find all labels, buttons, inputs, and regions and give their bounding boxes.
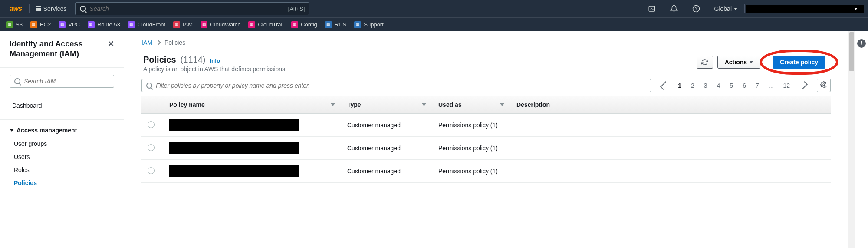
info-panel-toggle[interactable]: i bbox=[855, 31, 868, 248]
pager-next[interactable] bbox=[796, 80, 811, 91]
actions-button[interactable]: Actions bbox=[717, 56, 760, 69]
pager-page[interactable]: ... bbox=[765, 80, 777, 91]
search-shortcut: [Alt+S] bbox=[288, 6, 305, 12]
service-icon: ▦ bbox=[291, 21, 298, 28]
pager-page[interactable]: 12 bbox=[779, 80, 793, 91]
notifications-icon[interactable] bbox=[665, 1, 683, 16]
close-icon[interactable]: ✕ bbox=[108, 39, 114, 49]
filter-input[interactable] bbox=[156, 82, 646, 89]
fav-label: CloudTrail bbox=[258, 21, 283, 28]
sidebar-search[interactable] bbox=[10, 75, 114, 88]
cell-used-as: Permissions policy (1) bbox=[432, 160, 510, 183]
pager-page[interactable]: 1 bbox=[674, 80, 685, 91]
info-link[interactable]: Info bbox=[210, 57, 220, 64]
radio-icon[interactable] bbox=[148, 121, 155, 128]
main-layout: Identity and Access Management (IAM) ✕ D… bbox=[0, 31, 868, 248]
fav-item-cloudtrail[interactable]: ▦CloudTrail bbox=[248, 21, 283, 28]
chevron-left-icon bbox=[660, 81, 669, 90]
actions-label: Actions bbox=[725, 59, 747, 66]
cloudshell-icon[interactable] bbox=[643, 1, 661, 16]
fav-label: EC2 bbox=[40, 21, 51, 28]
breadcrumb-current: Policies bbox=[164, 39, 185, 46]
account-selector[interactable] bbox=[746, 5, 864, 13]
fav-label: CloudFront bbox=[138, 21, 165, 28]
policies-table: Policy name Type Used as Description Cus… bbox=[141, 96, 831, 183]
sidebar-title: Identity and Access Management (IAM) bbox=[10, 39, 108, 60]
fav-item-support[interactable]: ▦Support bbox=[354, 21, 384, 28]
pager-page[interactable]: 4 bbox=[713, 80, 724, 91]
fav-item-cloudfront[interactable]: ▦CloudFront bbox=[128, 21, 165, 28]
th-used-as[interactable]: Used as bbox=[432, 96, 510, 114]
sidebar-header: Identity and Access Management (IAM) ✕ bbox=[0, 39, 124, 68]
scrollbar[interactable] bbox=[848, 31, 855, 248]
th-description[interactable]: Description bbox=[510, 96, 831, 114]
region-selector[interactable]: Global bbox=[709, 3, 743, 15]
cell-policy-name[interactable] bbox=[163, 160, 341, 183]
fav-item-route-53[interactable]: ▦Route 53 bbox=[88, 21, 120, 28]
help-icon[interactable] bbox=[687, 1, 705, 16]
fav-item-iam[interactable]: ▦IAM bbox=[173, 21, 193, 28]
pager-page[interactable]: 5 bbox=[726, 80, 736, 91]
scrollbar-thumb[interactable] bbox=[849, 32, 854, 71]
main-panel: IAM Policies Policies (1114) Info A poli… bbox=[124, 31, 868, 248]
th-type[interactable]: Type bbox=[341, 96, 432, 114]
nav-users[interactable]: Users bbox=[0, 150, 124, 163]
fav-label: Config bbox=[301, 21, 317, 28]
aws-logo[interactable]: aws bbox=[4, 5, 27, 13]
filter-row: 1234567...12 bbox=[141, 79, 831, 92]
cell-select[interactable] bbox=[141, 114, 163, 137]
fav-label: CloudWatch bbox=[210, 21, 240, 28]
fav-label: VPC bbox=[68, 21, 80, 28]
sidebar-search-input[interactable] bbox=[24, 78, 109, 85]
cell-policy-name[interactable] bbox=[163, 114, 341, 137]
pager-prev[interactable] bbox=[657, 80, 672, 91]
fav-label: RDS bbox=[335, 21, 346, 28]
global-search[interactable]: [Alt+S] bbox=[75, 2, 309, 15]
filter-input-wrap[interactable] bbox=[141, 79, 651, 92]
refresh-icon bbox=[701, 59, 708, 66]
nav-heading-access[interactable]: Access management bbox=[0, 123, 124, 137]
table-row: Customer managedPermissions policy (1) bbox=[141, 160, 831, 183]
gear-icon bbox=[820, 81, 827, 88]
cell-policy-name[interactable] bbox=[163, 137, 341, 160]
services-menu[interactable]: Services bbox=[31, 3, 71, 15]
fav-item-config[interactable]: ▦Config bbox=[291, 21, 317, 28]
breadcrumb-root[interactable]: IAM bbox=[141, 39, 152, 46]
sidebar: Identity and Access Management (IAM) ✕ D… bbox=[0, 31, 124, 248]
pager-page[interactable]: 2 bbox=[687, 80, 698, 91]
radio-icon[interactable] bbox=[148, 144, 155, 151]
pager-page[interactable]: 6 bbox=[739, 80, 750, 91]
refresh-button[interactable] bbox=[697, 56, 713, 69]
cell-used-as: Permissions policy (1) bbox=[432, 114, 510, 137]
divider bbox=[663, 4, 663, 13]
service-icon: ▦ bbox=[325, 21, 332, 28]
settings-button[interactable] bbox=[817, 79, 831, 92]
services-label: Services bbox=[43, 5, 67, 12]
create-policy-button[interactable]: Create policy bbox=[773, 56, 825, 69]
nav-roles[interactable]: Roles bbox=[0, 163, 124, 176]
fav-item-cloudwatch[interactable]: ▦CloudWatch bbox=[201, 21, 240, 28]
cell-type: Customer managed bbox=[341, 160, 432, 183]
fav-item-rds[interactable]: ▦RDS bbox=[325, 21, 346, 28]
service-icon: ▦ bbox=[88, 21, 95, 28]
highlight-ring: Create policy bbox=[760, 50, 838, 75]
radio-icon[interactable] bbox=[148, 167, 155, 174]
page-description: A policy is an object in AWS that define… bbox=[143, 66, 287, 73]
fav-item-ec2[interactable]: ▦EC2 bbox=[30, 21, 51, 28]
divider bbox=[707, 4, 707, 13]
page-count: (1114) bbox=[181, 55, 206, 65]
pager-page[interactable]: 7 bbox=[752, 80, 763, 91]
chevron-right-icon bbox=[799, 81, 808, 90]
redacted-name bbox=[169, 119, 299, 131]
global-search-input[interactable] bbox=[89, 5, 288, 12]
cell-select[interactable] bbox=[141, 160, 163, 183]
nav-dashboard[interactable]: Dashboard bbox=[0, 99, 124, 112]
fav-item-vpc[interactable]: ▦VPC bbox=[59, 21, 80, 28]
redacted-name bbox=[169, 165, 299, 177]
th-policy-name[interactable]: Policy name bbox=[163, 96, 341, 114]
cell-select[interactable] bbox=[141, 137, 163, 160]
pager-page[interactable]: 3 bbox=[700, 80, 711, 91]
fav-item-s3[interactable]: ▦S3 bbox=[6, 21, 23, 28]
nav-user-groups[interactable]: User groups bbox=[0, 137, 124, 150]
nav-policies[interactable]: Policies bbox=[0, 176, 124, 189]
